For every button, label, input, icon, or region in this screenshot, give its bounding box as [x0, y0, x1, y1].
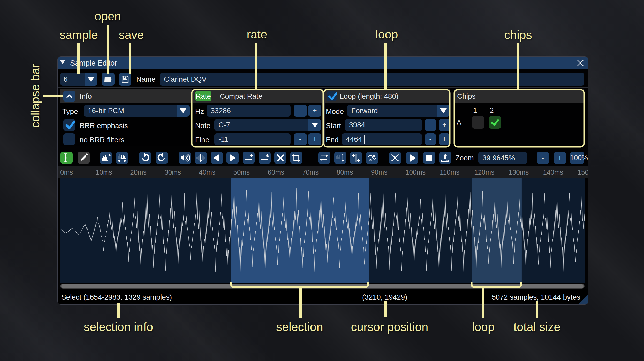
sample-number-value: 6	[64, 75, 68, 83]
total-size-text: 5072 samples, 10144 bytes	[492, 293, 580, 301]
x-icon	[274, 152, 286, 164]
chips-panel: Chips 1 2 A	[455, 89, 584, 146]
fine-plus-button[interactable]: +	[308, 133, 321, 145]
fine-input[interactable]: -11	[214, 133, 291, 145]
ruler-label: 90ms	[371, 168, 388, 176]
ruler-label: 10ms	[96, 168, 112, 176]
wave-swap-icon	[318, 152, 330, 164]
annotation-loop: loop	[376, 27, 398, 41]
annotation-sample: sample	[60, 28, 98, 42]
annotation-open: open	[95, 9, 121, 23]
no-brr-filters-checkbox[interactable]	[63, 133, 75, 145]
mode-combo[interactable]: Forward	[347, 105, 437, 117]
ruler-label: 50ms	[233, 168, 250, 176]
start-label: Start	[326, 122, 341, 130]
redo-icon	[156, 152, 168, 164]
trim-button[interactable]	[290, 152, 302, 164]
pencil-icon	[78, 152, 90, 164]
waveform-scrollbar-thumb[interactable]	[61, 284, 584, 288]
type-value: 16-bit PCM	[88, 107, 124, 115]
preview-button[interactable]	[389, 152, 401, 164]
window-collapse-icon[interactable]	[60, 60, 65, 64]
note-dropdown-button[interactable]	[308, 119, 321, 131]
filter-wave-icon	[366, 152, 378, 164]
waveform-display[interactable]	[60, 178, 585, 283]
reverse-button[interactable]	[318, 152, 330, 164]
mode-dropdown-button[interactable]	[437, 105, 450, 117]
normalize-button[interactable]	[195, 152, 207, 164]
loop-end-input[interactable]: 4464	[342, 133, 422, 145]
minus-label: -	[294, 135, 307, 143]
fade-in-button[interactable]	[211, 152, 223, 164]
wave-flip-icon	[334, 152, 346, 164]
plus-label: +	[554, 154, 566, 162]
undo-button[interactable]	[139, 152, 151, 164]
plus-bar-plus-icon	[350, 152, 362, 164]
sign-button[interactable]	[350, 152, 362, 164]
chip-a1-checkbox[interactable]	[472, 116, 484, 129]
play-button[interactable]	[406, 152, 418, 164]
loop-start-minus-button[interactable]: -	[425, 119, 436, 131]
resize-grip[interactable]	[578, 294, 588, 304]
zoom-in-button[interactable]: +	[554, 152, 566, 164]
hz-label: Hz	[195, 107, 204, 116]
rate-button[interactable]: Rate	[195, 91, 211, 101]
zoom-reset-button[interactable]: 100%	[570, 152, 584, 164]
delete-button[interactable]	[274, 152, 286, 164]
annotation-total-size: total size	[513, 320, 560, 334]
collapse-bar-button[interactable]	[63, 91, 75, 102]
type-combo[interactable]: 16-bit PCM	[84, 105, 177, 117]
stop-button[interactable]	[423, 152, 435, 164]
amplify-button[interactable]	[179, 152, 191, 164]
speaker-icon	[179, 152, 191, 164]
edit-mode-draw-button[interactable]	[78, 152, 90, 164]
waveform-scrollbar-track[interactable]	[60, 284, 585, 289]
window-title-bar[interactable]: Sample Editor	[58, 57, 588, 69]
open-button[interactable]	[102, 73, 115, 86]
fade-out-button[interactable]	[226, 152, 239, 164]
ruler-label: 130ms	[509, 168, 529, 176]
zoom-input[interactable]: 39.9645%	[478, 152, 527, 164]
apply-silence-button[interactable]	[259, 152, 271, 164]
hz-input[interactable]: 33286	[207, 105, 291, 117]
loop-end-plus-button[interactable]: +	[439, 133, 450, 145]
filter-button[interactable]	[366, 152, 378, 164]
hz-plus-button[interactable]: +	[308, 105, 321, 117]
chip-a2-checkbox[interactable]	[489, 116, 501, 129]
hz-minus-button[interactable]: -	[294, 105, 307, 117]
zoom-out-button[interactable]: -	[537, 152, 549, 164]
redo-button[interactable]	[156, 152, 168, 164]
ruler-label: 150ms	[578, 168, 588, 176]
time-ruler[interactable]: 0ms10ms20ms30ms40ms50ms60ms70ms80ms90ms1…	[58, 166, 588, 178]
fine-minus-button[interactable]: -	[294, 133, 307, 145]
sample-number-dropdown-button[interactable]	[85, 73, 97, 86]
loop-start-input[interactable]: 3984	[345, 119, 422, 131]
brr-emphasis-checkbox[interactable]	[63, 119, 75, 131]
resample-button[interactable]	[116, 152, 128, 164]
check-icon	[490, 117, 500, 128]
loop-start-plus-button[interactable]: +	[439, 119, 450, 131]
annotation-loop-bottom: loop	[472, 320, 495, 334]
note-combo[interactable]: C-7	[214, 119, 308, 131]
plus-label: +	[308, 106, 321, 115]
name-input[interactable]: Clarinet DQV	[160, 73, 584, 86]
type-dropdown-button[interactable]	[177, 105, 190, 117]
close-icon[interactable]	[576, 59, 585, 67]
ruler-label: 0ms	[60, 168, 73, 176]
text-caret	[364, 135, 365, 144]
upload-button[interactable]	[439, 152, 451, 164]
sample-number-combo[interactable]: 6	[60, 73, 85, 86]
play-icon	[406, 152, 418, 164]
resize-button[interactable]	[100, 152, 112, 164]
loop-start-value: 3984	[349, 121, 365, 129]
stop-icon	[423, 152, 435, 164]
loop-checkbox[interactable]	[327, 91, 337, 101]
save-button[interactable]	[119, 73, 131, 86]
ruler-label: 80ms	[337, 168, 353, 176]
loop-end-minus-button[interactable]: -	[425, 133, 436, 145]
insert-silence-button[interactable]	[243, 152, 255, 164]
edit-mode-select-button[interactable]	[60, 152, 73, 164]
ruler-label: 20ms	[130, 168, 147, 176]
loop-end-value: 4464	[346, 135, 362, 143]
invert-button[interactable]	[334, 152, 346, 164]
